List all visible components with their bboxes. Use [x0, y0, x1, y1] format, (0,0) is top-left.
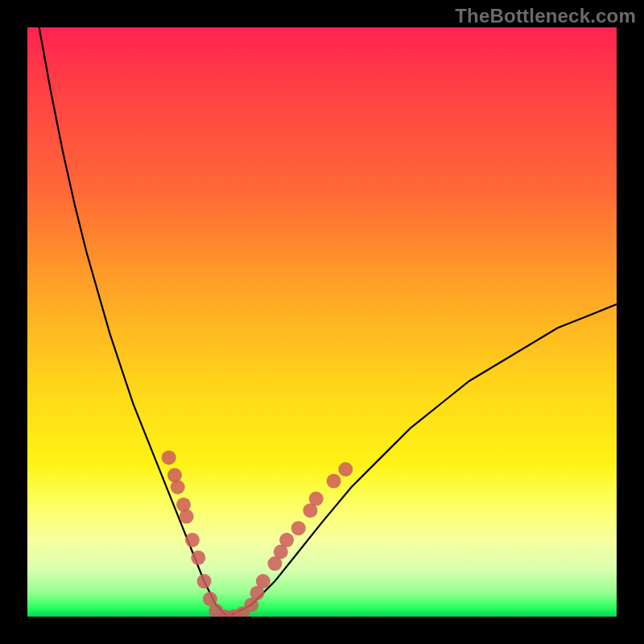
chart-svg [27, 27, 617, 617]
marker-point [171, 480, 185, 494]
curve-path [39, 27, 617, 617]
marker-point [191, 551, 205, 565]
marker-point [197, 574, 212, 588]
bottleneck-curve [39, 27, 617, 617]
marker-point [180, 510, 194, 524]
chart-frame: TheBottleneck.com [0, 0, 644, 644]
data-markers [162, 450, 353, 617]
marker-point [291, 521, 306, 535]
marker-point [338, 462, 353, 477]
marker-point [327, 474, 341, 489]
marker-point [185, 533, 200, 547]
marker-point [162, 450, 176, 464]
marker-point [279, 533, 294, 547]
watermark-text: TheBottleneck.com [455, 5, 636, 27]
marker-point [256, 574, 270, 588]
plot-area [27, 27, 617, 617]
marker-point [309, 492, 324, 506]
